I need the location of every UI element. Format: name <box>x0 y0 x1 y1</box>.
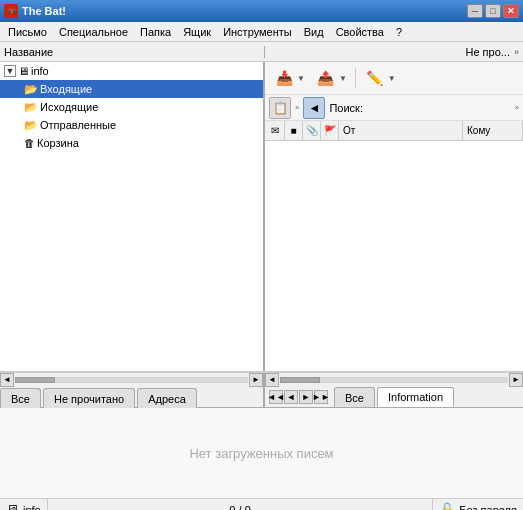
tree-item-inbox[interactable]: 📂 Входящие <box>0 80 263 98</box>
right-panel: 📥 ▼ 📤 ▼ ✏️ ▼ 📋 » ◄ Поиск: » <box>265 62 523 371</box>
tab-all-right[interactable]: Все <box>334 387 375 407</box>
tree-item-root[interactable]: ▼ 🖥 info <box>0 62 263 80</box>
scrollbar-left: ◄ ► <box>0 373 265 386</box>
sent-label: Отправленные <box>40 119 116 131</box>
search-row: 📋 » ◄ Поиск: » <box>265 95 523 121</box>
menu-special[interactable]: Специальное <box>53 24 134 40</box>
right-toolbar: 📥 ▼ 📤 ▼ ✏️ ▼ <box>265 62 523 95</box>
search-more-right[interactable]: » <box>515 103 519 112</box>
send-icon: 📤 <box>315 67 337 89</box>
col-header-name: Название <box>0 46 265 58</box>
col-flag[interactable]: 🚩 <box>321 121 339 140</box>
sb-right-left-btn[interactable]: ◄ <box>265 373 279 387</box>
sb-right-right-btn[interactable]: ► <box>509 373 523 387</box>
menu-letter[interactable]: Письмо <box>2 24 53 40</box>
folder-panel: ▼ 🖥 info 📂 Входящие 📂 Исходящие 📂 Отправ… <box>0 62 265 371</box>
close-button[interactable]: ✕ <box>503 4 519 18</box>
sb-left-thumb[interactable] <box>15 377 55 383</box>
receive-dropdown-icon[interactable]: ▼ <box>297 74 305 83</box>
tab-nav-next[interactable]: ► <box>299 390 313 404</box>
col-header-more-icon[interactable]: » <box>514 47 519 57</box>
status-password-label: Без пароля <box>459 504 517 511</box>
email-columns: ✉ ■ 📎 🚩 От Кому <box>265 121 523 141</box>
prev-mailbox-button[interactable]: 📋 <box>269 97 291 119</box>
tab-all-left[interactable]: Все <box>0 388 41 408</box>
receive-button[interactable]: 📥 ▼ <box>269 64 309 92</box>
tab-nav-last[interactable]: ►► <box>314 390 328 404</box>
status-password: 🔓 Без пароля <box>433 499 523 510</box>
sb-right-track[interactable] <box>280 377 508 383</box>
app-icon: 🦇 <box>4 4 18 18</box>
sent-folder-icon: 📂 <box>24 119 38 132</box>
sb-right-thumb[interactable] <box>280 377 320 383</box>
menu-box[interactable]: Ящик <box>177 24 217 40</box>
inbox-label: Входящие <box>40 83 92 95</box>
maximize-button[interactable]: □ <box>485 4 501 18</box>
column-headers: Название Не про... » <box>0 42 523 62</box>
search-label: Поиск: <box>329 102 363 114</box>
status-account: 🖥 info <box>0 499 48 510</box>
scrollbar-right: ◄ ► <box>265 373 523 386</box>
password-icon: 🔓 <box>439 502 455 510</box>
status-count: 0 / 0 <box>48 499 434 510</box>
tab-unread-label: Не прочитано <box>54 393 124 405</box>
titlebar-left: 🦇 The Bat! <box>4 4 66 18</box>
write-icon: ✏️ <box>364 67 386 89</box>
col-header-unread: Не про... » <box>265 46 523 58</box>
menubar: Письмо Специальное Папка Ящик Инструмент… <box>0 22 523 42</box>
col-to[interactable]: Кому <box>463 121 523 140</box>
write-button[interactable]: ✏️ ▼ <box>360 64 400 92</box>
search-back-button[interactable]: ◄ <box>303 97 325 119</box>
tab-unread[interactable]: Не прочитано <box>43 388 135 408</box>
outbox-label: Исходящие <box>40 101 98 113</box>
scrollbar-row: ◄ ► ◄ ► <box>0 372 523 386</box>
message-area: Нет загруженных писем <box>0 408 523 498</box>
search-more-left[interactable]: » <box>295 103 299 112</box>
menu-view[interactable]: Вид <box>298 24 330 40</box>
menu-folder[interactable]: Папка <box>134 24 177 40</box>
email-list <box>265 141 523 371</box>
bottom-tab-bars: Все Не прочитано Адреса ◄◄ ◄ ► ►► Все In… <box>0 386 523 408</box>
trash-folder-icon: 🗑 <box>24 137 35 149</box>
root-folder-icon: 🖥 <box>18 65 29 77</box>
left-tabs-container: Все Не прочитано Адреса <box>0 386 265 408</box>
tab-information-label: Information <box>388 391 443 403</box>
titlebar-title: The Bat! <box>22 5 66 17</box>
trash-label: Корзина <box>37 137 79 149</box>
tree-item-sent[interactable]: 📂 Отправленные <box>0 116 263 134</box>
tab-addresses[interactable]: Адреса <box>137 388 197 408</box>
col-header-unread-label: Не про... <box>466 46 510 58</box>
col-from[interactable]: От <box>339 121 463 140</box>
tab-addresses-label: Адреса <box>148 393 186 405</box>
col-status[interactable]: ■ <box>285 121 303 140</box>
sb-left-btn[interactable]: ◄ <box>0 373 14 387</box>
menu-properties[interactable]: Свойства <box>330 24 390 40</box>
tab-nav-prev[interactable]: ◄ <box>284 390 298 404</box>
tab-information[interactable]: Information <box>377 387 454 407</box>
expand-icon-root[interactable]: ▼ <box>4 65 16 77</box>
status-count-label: 0 / 0 <box>229 504 250 511</box>
col-attach[interactable]: 📎 <box>303 121 321 140</box>
col-header-name-label: Название <box>4 46 53 58</box>
col-to-label: Кому <box>467 125 490 136</box>
tree-item-trash[interactable]: 🗑 Корзина <box>0 134 263 152</box>
menu-tools[interactable]: Инструменты <box>217 24 298 40</box>
sb-left-track[interactable] <box>15 377 248 383</box>
no-messages-label: Нет загруженных писем <box>189 446 333 461</box>
col-envelope[interactable]: ✉ <box>265 121 285 140</box>
toolbar-separator <box>355 68 356 88</box>
write-dropdown-icon[interactable]: ▼ <box>388 74 396 83</box>
send-dropdown-icon[interactable]: ▼ <box>339 74 347 83</box>
statusbar: 🖥 info 0 / 0 🔓 Без пароля <box>0 498 523 510</box>
tab-nav-first[interactable]: ◄◄ <box>269 390 283 404</box>
sb-left-right-btn[interactable]: ► <box>249 373 263 387</box>
tab-nav: ◄◄ ◄ ► ►► <box>265 390 332 404</box>
send-button[interactable]: 📤 ▼ <box>311 64 351 92</box>
tree-item-outbox[interactable]: 📂 Исходящие <box>0 98 263 116</box>
receive-icon: 📥 <box>273 67 295 89</box>
account-icon: 🖥 <box>6 502 19 510</box>
menu-help[interactable]: ? <box>390 24 408 40</box>
outbox-folder-icon: 📂 <box>24 101 38 114</box>
tab-all-right-label: Все <box>345 392 364 404</box>
minimize-button[interactable]: ─ <box>467 4 483 18</box>
